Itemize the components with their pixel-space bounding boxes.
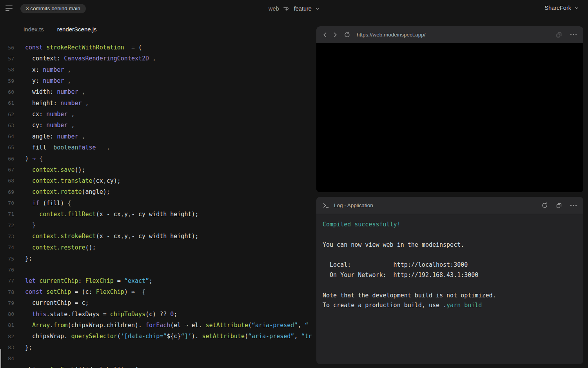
code-text: if (fill) { [14, 200, 71, 207]
line-number: 64 [0, 133, 14, 139]
code-text: const strokeRectWithRotation = ( [14, 44, 142, 51]
editor-scrollbar[interactable] [0, 349, 1, 368]
code-text: context.strokeRect(x - cx,y,- cy width h… [14, 233, 199, 240]
code-line: 66) ⇒ { [0, 153, 316, 164]
code-line: 80 this.state.flexDays = chipToDays(c) ?… [0, 309, 316, 320]
log-pane: Log - Application [316, 197, 583, 364]
code-text: context.rotate(angle); [14, 188, 110, 195]
code-text: }; [14, 344, 32, 351]
line-number: 71 [0, 211, 14, 217]
code-text: context.translate(cx,cy); [14, 177, 121, 184]
code-line: 82 chipsWrap. querySelector(‘[data-chip=… [0, 331, 316, 342]
code-text: let currentChip: FlexChip = “exact”; [14, 277, 152, 284]
log-header: Log - Application [316, 197, 583, 214]
right-panels: https://web.modeinspect.app/ [316, 26, 583, 364]
code-text: } [14, 222, 36, 229]
line-number: 78 [0, 289, 14, 295]
line-number: 59 [0, 78, 14, 84]
line-number: 74 [0, 244, 14, 250]
log-output[interactable]: Compiled successfully! You can now view … [316, 214, 583, 319]
code-text: context.fillRect(x - cx,y,- cy width hei… [14, 211, 199, 218]
line-number: 61 [0, 100, 14, 106]
code-line: 69 context.rotate(angle); [0, 186, 316, 197]
code-text: context.restore(); [14, 244, 96, 251]
code-line: 85chips. forEach(([id, label]) ⇒ { [0, 364, 316, 368]
log-line: You can now view web in the modeinspect. [323, 241, 577, 251]
code-line: 81 Array.from(chipsWrap.children). forEa… [0, 320, 316, 331]
code-text: ) ⇒ { [14, 155, 43, 162]
code-text: chips. forEach(([id, label]) ⇒ { [14, 366, 138, 368]
tab-index-ts[interactable]: index.ts [24, 26, 44, 33]
open-in-new-window-icon[interactable] [556, 32, 562, 38]
line-number: 79 [0, 300, 14, 306]
code-line: 57 context: CanvasRenderingContext2D , [0, 53, 316, 64]
code-line: 72 } [0, 220, 316, 231]
refresh-icon[interactable] [541, 202, 548, 209]
refresh-icon[interactable] [344, 31, 350, 38]
browser-toolbar: https://web.modeinspect.app/ [316, 26, 583, 43]
line-number: 80 [0, 311, 14, 317]
line-number: 69 [0, 189, 14, 195]
code-text: cx: number , [14, 111, 74, 118]
code-line: 67 context.save(); [0, 164, 316, 175]
log-title: Log - Application [334, 202, 541, 208]
line-number: 63 [0, 122, 14, 128]
code-area[interactable]: 56const strokeRectWithRotation = (57 con… [0, 42, 316, 368]
line-number: 84 [0, 355, 14, 361]
code-text: currentChip = c; [14, 299, 89, 306]
line-number: 72 [0, 222, 14, 228]
code-line: 68 context.translate(cx,cy); [0, 175, 316, 186]
code-line: 62 cx: number , [0, 109, 316, 120]
code-text: fill booleanfalse , [14, 144, 110, 151]
editor-tabs: index.ts renderScene.js [24, 26, 97, 33]
line-number: 70 [0, 200, 14, 206]
code-line: 59 y: number , [0, 75, 316, 86]
browser-viewport[interactable] [316, 43, 583, 192]
code-text: chipsWrap. querySelector(‘[data-chip=”${… [14, 333, 312, 340]
chevron-down-icon [575, 7, 579, 9]
open-in-new-window-icon[interactable] [556, 202, 562, 209]
line-number: 58 [0, 67, 14, 73]
log-line [323, 251, 577, 261]
line-number: 62 [0, 111, 14, 117]
code-text: width: number , [14, 88, 85, 95]
browser-preview-pane: https://web.modeinspect.app/ [316, 26, 583, 192]
log-line: Local: http://localhost:3000 [323, 261, 577, 271]
log-line: Note that the development build is not o… [323, 292, 577, 302]
code-text: angle: number , [14, 133, 85, 140]
code-line: 73 context.strokeRect(x - cx,y,- cy widt… [0, 231, 316, 242]
line-number: 66 [0, 156, 14, 162]
code-line: 83}; [0, 342, 316, 353]
code-line: 71 context.fillRect(x - cx,y,- cy width … [0, 209, 316, 220]
more-options-icon[interactable] [570, 34, 577, 36]
code-line: 78const setChip = (c: FlexChip) ⇒ { [0, 286, 316, 297]
code-line: 63 cy: number , [0, 120, 316, 131]
line-number: 81 [0, 322, 14, 328]
code-line: 84 [0, 353, 316, 364]
code-line: 64 angle: number , [0, 131, 316, 142]
code-text: cy: number , [14, 122, 74, 129]
code-line: 61 height: number , [0, 98, 316, 109]
more-options-icon[interactable] [570, 204, 577, 206]
forward-icon[interactable] [333, 32, 338, 38]
line-number: 65 [0, 144, 14, 150]
code-text: const setChip = (c: FlexChip) ⇒ { [14, 288, 145, 295]
code-text: context.save(); [14, 166, 85, 173]
line-number: 57 [0, 56, 14, 62]
sharefork-button[interactable]: ShareFork [544, 5, 579, 11]
code-text: }; [14, 255, 32, 262]
code-line: 58 x: number , [0, 64, 316, 75]
log-line: On Your Network: http://192.168.43.1:300… [323, 271, 577, 282]
url-field[interactable]: https://web.modeinspect.app/ [357, 32, 556, 38]
code-editor[interactable]: index.ts renderScene.js 56const strokeRe… [0, 0, 316, 368]
log-line: Compiled successfully! [323, 221, 577, 231]
code-line: 79 currentChip = c; [0, 297, 316, 308]
code-text: height: number , [14, 100, 89, 107]
tab-renderscene-js[interactable]: renderScene.js [57, 26, 97, 33]
log-line [323, 231, 577, 241]
line-number: 83 [0, 344, 14, 350]
line-number: 67 [0, 167, 14, 173]
line-number: 73 [0, 233, 14, 239]
back-icon[interactable] [323, 32, 327, 38]
code-line: 75}; [0, 253, 316, 264]
